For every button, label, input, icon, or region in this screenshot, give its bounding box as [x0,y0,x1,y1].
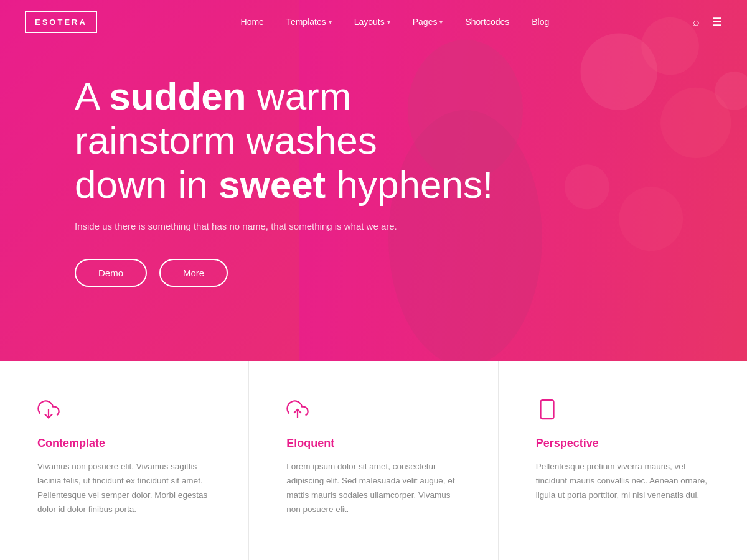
hero-content: A sudden warm rainstorm washesdown in sw… [0,74,498,287]
nav-list: Home Templates ▾ Layouts ▾ Pages ▾ Short… [241,17,550,27]
nav-item-shortcodes[interactable]: Shortcodes [465,17,509,27]
phone-icon [536,398,710,424]
hero-subtitle: Inside us there is something that has no… [75,219,498,234]
feature-title-contemplate: Contemplate [37,437,211,450]
nav-item-blog[interactable]: Blog [532,17,549,27]
search-icon[interactable]: ⌕ [693,16,700,29]
hero-buttons: Demo More [75,259,498,287]
hero-section: A sudden warm rainstorm washesdown in sw… [0,0,747,361]
hero-title: A sudden warm rainstorm washesdown in sw… [75,74,498,207]
demo-button[interactable]: Demo [75,259,147,287]
feature-text-eloquent: Lorem ipsum dolor sit amet, consectetur … [286,460,460,517]
download-icon [37,398,211,424]
nav-icons: ⌕ ☰ [693,15,722,29]
feature-title-eloquent: Eloquent [286,437,460,450]
feature-perspective: Perspective Pellentesque pretium viverra… [499,361,747,560]
header: ESOTERA Home Templates ▾ Layouts ▾ Pages… [0,0,747,44]
feature-title-perspective: Perspective [536,437,710,450]
chevron-down-icon: ▾ [387,19,390,26]
feature-contemplate: Contemplate Vivamus non posuere elit. Vi… [0,361,249,560]
logo[interactable]: ESOTERA [25,11,97,33]
nav-item-templates[interactable]: Templates ▾ [286,17,332,27]
cloud-upload-icon [286,398,460,424]
main-nav: Home Templates ▾ Layouts ▾ Pages ▾ Short… [241,17,550,27]
features-section: Contemplate Vivamus non posuere elit. Vi… [0,361,747,560]
chevron-down-icon: ▾ [439,19,443,26]
more-button[interactable]: More [159,259,228,287]
nav-item-pages[interactable]: Pages ▾ [413,17,443,27]
menu-icon[interactable]: ☰ [712,15,722,29]
svg-rect-10 [540,400,553,419]
feature-text-contemplate: Vivamus non posuere elit. Vivamus sagitt… [37,460,211,517]
nav-item-home[interactable]: Home [241,17,264,27]
chevron-down-icon: ▾ [329,19,332,26]
feature-eloquent: Eloquent Lorem ipsum dolor sit amet, con… [249,361,498,560]
feature-text-perspective: Pellentesque pretium viverra mauris, vel… [536,460,710,503]
nav-item-layouts[interactable]: Layouts ▾ [354,17,390,27]
